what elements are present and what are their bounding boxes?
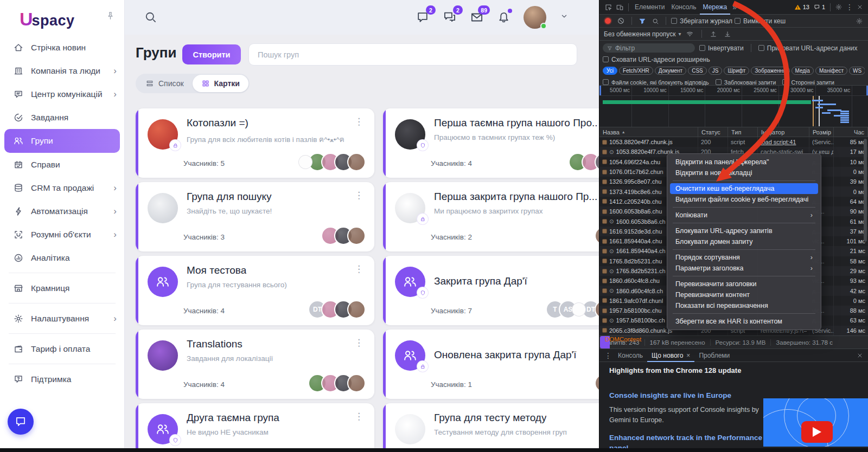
whats-new-video-thumbnail[interactable] <box>763 398 868 447</box>
card-menu-icon[interactable]: ⋮ <box>352 336 366 350</box>
sidebar-item-1[interactable]: Компанія та люди› <box>0 59 124 82</box>
more-tabs-icon[interactable]: » <box>730 3 739 11</box>
record-button[interactable] <box>605 18 611 24</box>
group-card[interactable]: Перша закрита група нашого Пр...Ми працю… <box>383 182 622 251</box>
group-card[interactable]: TranslationsЗавдання для локалізації⋮Уча… <box>136 330 374 399</box>
create-group-button[interactable]: Створити <box>182 44 241 64</box>
close-tab-icon[interactable]: × <box>686 352 690 359</box>
context-menu-item-4[interactable]: Видалити файли cookie у веб-переглядачі <box>670 194 818 205</box>
warnings-indicator[interactable]: !13 <box>794 4 809 11</box>
filter-pill-Медіа[interactable]: Медіа <box>792 67 814 75</box>
hide-extension-urls-checkbox[interactable]: Сховати URL-адреси розширень <box>603 56 710 63</box>
card-menu-icon[interactable]: ⋮ <box>352 115 366 128</box>
devtools-close-icon[interactable] <box>855 4 865 10</box>
group-card[interactable]: Закрита група Дар'ї⋮Учасників: 7TASDT <box>383 256 622 325</box>
group-card[interactable]: Оновлена закрита група Дар'ї⋮Учасників: … <box>383 330 622 399</box>
filter-pill-Маніфест[interactable]: Маніфест <box>815 67 847 75</box>
user-menu-chevron-icon[interactable] <box>559 11 569 23</box>
filter-pill-Шрифт[interactable]: Шрифт <box>724 67 749 75</box>
context-menu-item-11[interactable]: Порядок сортування› <box>670 252 818 263</box>
group-card[interactable]: Група для тесту методуТестування методу … <box>383 403 622 452</box>
group-card[interactable]: Перша таємна група нашого Про...Працюємо… <box>383 108 622 178</box>
drawer-menu-icon[interactable]: ⋮ <box>603 351 614 360</box>
devtools-tab-Консоль[interactable]: Консоль <box>668 0 699 15</box>
context-menu-item-14[interactable]: Перевизначити заголовки <box>670 279 818 289</box>
issues-indicator[interactable]: 1 <box>814 4 825 10</box>
sidebar-item-8[interactable]: Розумні об'єкти› <box>0 223 124 246</box>
group-search-input[interactable] <box>248 43 577 66</box>
group-card[interactable]: Моя тестоваГрупа для тестування всього)⋮… <box>136 256 374 325</box>
column-header-2[interactable]: Тип <box>728 127 758 137</box>
sidebar-item-2[interactable]: Центр комунікацій› <box>0 82 124 106</box>
sidebar-item-12[interactable]: Тариф і оплата <box>0 337 124 360</box>
context-menu-item-0[interactable]: Відкрити на панелі "Джерела" <box>670 157 818 167</box>
group-card[interactable]: Група для пошукуЗнайдіть те, що шукаєте!… <box>136 182 374 251</box>
network-conditions-icon[interactable] <box>684 30 695 38</box>
group-card[interactable]: Друга таємна групаНе видно НЕ учасникам⋮ <box>136 403 374 452</box>
filter-pill-JS[interactable]: JS <box>709 67 723 75</box>
invert-filter-checkbox[interactable]: Інвертувати <box>699 44 744 52</box>
network-overview-timeline[interactable]: 5000 мс10000 мс15000 мс20000 мс25000 мс3… <box>599 86 868 127</box>
sidebar-item-6[interactable]: CRM та продажі› <box>0 176 124 199</box>
inbox-button[interactable]: 89 <box>470 10 484 24</box>
request-filter-checkbox-2[interactable]: Сторонні запити <box>782 79 834 86</box>
chats-button[interactable]: 2 <box>416 10 430 24</box>
context-menu-item-6[interactable]: Копіювати› <box>670 210 818 221</box>
column-header-1[interactable]: Статус <box>698 127 728 137</box>
drawer-tab-Проблеми[interactable]: Проблеми <box>694 348 734 362</box>
context-menu-item-16[interactable]: Показати всі перевизначення <box>670 300 818 311</box>
device-toolbar-icon[interactable] <box>614 3 626 11</box>
drawer-tab-Що нового[interactable]: Що нового× <box>647 348 694 362</box>
context-menu-item-9[interactable]: Блокувати домен запиту <box>670 236 818 247</box>
timeline-left-handle[interactable] <box>599 86 601 95</box>
inspect-icon[interactable] <box>603 3 614 11</box>
notifications-button[interactable] <box>497 11 510 24</box>
filter-pill-WS[interactable]: WS <box>849 67 865 75</box>
column-header-4[interactable]: Розмір <box>809 127 834 137</box>
sidebar-item-5[interactable]: Справи <box>0 153 124 176</box>
sidebar-item-7[interactable]: Автоматизація› <box>0 199 124 223</box>
context-menu-item-8[interactable]: Блокувати URL-адресу запитів <box>670 225 818 236</box>
devtools-menu-icon[interactable]: ⋮ <box>844 3 855 11</box>
column-header-0[interactable]: Назва▲ <box>599 127 698 137</box>
card-menu-icon[interactable]: ⋮ <box>352 189 366 202</box>
column-header-5[interactable]: Час <box>834 127 868 137</box>
context-menu-item-1[interactable]: Відкрити в новій вкладці <box>670 167 818 178</box>
filter-pill-Документ[interactable]: Документ <box>655 67 686 75</box>
context-menu-item-12[interactable]: Параметри заголовка› <box>670 263 818 274</box>
preserve-log-checkbox[interactable]: Зберігати журнал <box>671 17 732 25</box>
import-har-icon[interactable] <box>708 30 719 38</box>
card-menu-icon[interactable]: ⋮ <box>352 410 366 423</box>
filter-pill-Fetch/XHR[interactable]: Fetch/XHR <box>619 67 653 75</box>
drawer-close-icon[interactable] <box>855 352 865 359</box>
request-filter-checkbox-1[interactable]: Заблоковані запити <box>716 79 776 86</box>
sidebar-item-9[interactable]: Аналітика <box>0 246 124 269</box>
clear-network-log-icon[interactable] <box>615 17 627 25</box>
uspacy-logo[interactable]: Uspacy <box>20 9 75 30</box>
network-row[interactable]: 1053.8820e4f7.chunk.js200scriptload scri… <box>599 137 868 147</box>
network-list-scrollbar[interactable] <box>864 139 867 242</box>
request-filter-checkbox-0[interactable]: Файли cookie, які блокують відповідь <box>603 79 709 86</box>
sidebar-item-3[interactable]: Завдання <box>0 106 124 129</box>
sidebar-item-11[interactable]: Налаштування› <box>0 307 124 330</box>
sidebar-item-13[interactable]: Підтримка <box>0 367 124 391</box>
drawer-tab-Консоль[interactable]: Консоль <box>614 348 647 362</box>
filter-icon[interactable] <box>637 17 648 25</box>
card-menu-icon[interactable]: ⋮ <box>352 262 366 276</box>
global-search-icon[interactable] <box>143 10 157 26</box>
filter-pill-Усі[interactable]: Усі <box>603 67 617 75</box>
context-menu-item-18[interactable]: Зберегти все як HAR із контентом <box>670 316 818 327</box>
group-card[interactable]: Котопазли =)Група для всіх любителів кот… <box>136 108 374 178</box>
youtube-play-icon[interactable] <box>801 421 833 443</box>
view-list-button[interactable]: Список <box>137 75 193 92</box>
devtools-tab-Елементи[interactable]: Елементи <box>631 0 668 15</box>
filter-pill-CSS[interactable]: CSS <box>688 67 707 75</box>
user-avatar[interactable] <box>524 6 546 29</box>
filter-pill-Зображення[interactable]: Зображення <box>751 67 789 75</box>
sidebar-item-0[interactable]: Стрічка новин <box>0 36 124 59</box>
sidebar-item-10[interactable]: Крамниця <box>0 276 124 300</box>
devtools-tab-Мережа[interactable]: Мережа <box>700 0 731 15</box>
disable-cache-checkbox[interactable]: Вимкнути кеш <box>735 17 786 25</box>
network-filter-input[interactable]: Фільтр <box>603 43 695 53</box>
column-header-3[interactable]: Ініціатор <box>758 127 809 137</box>
